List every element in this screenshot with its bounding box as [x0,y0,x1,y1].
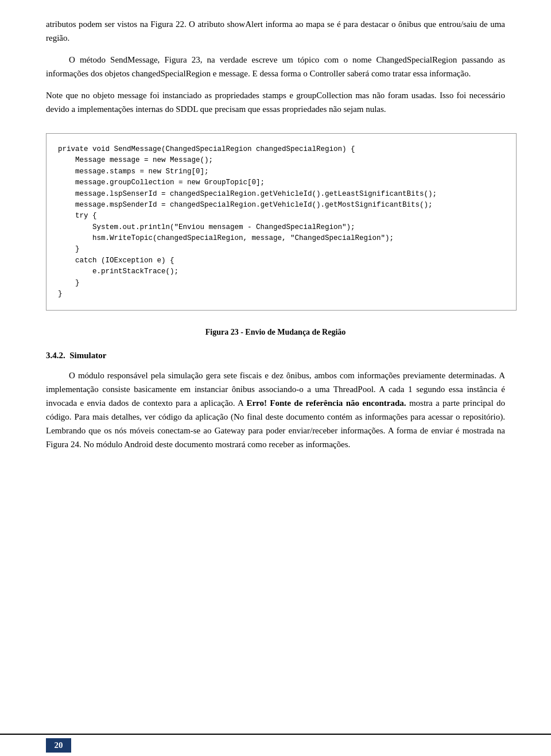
section-title: Simulator [69,351,106,360]
page-footer: 20 [0,734,551,756]
page: atributos podem ser vistos na Figura 22.… [0,0,551,756]
content-area: atributos podem ser vistos na Figura 22.… [0,0,551,734]
section-heading: 3.4.2. Simulator [46,351,505,360]
paragraph-2: O método SendMessage, Figura 23, na verd… [46,53,505,80]
page-number: 20 [46,738,71,753]
paragraph-2-text: O método SendMessage, Figura 23, na verd… [46,55,505,78]
paragraph-4: O módulo responsável pela simulação gera… [46,369,505,451]
figure-caption-text: Figura 23 - Envio de Mudança de Região [205,328,346,336]
paragraph-4-bold: Erro! Fonte de referência não encontrada… [246,398,406,408]
paragraph-3-text: Note que no objeto message foi instancia… [46,91,505,114]
paragraph-3: Note que no objeto message foi instancia… [46,88,505,116]
code-block: private void SendMessage(ChangedSpecialR… [46,133,517,311]
section-number: 3.4.2. [46,351,65,360]
paragraph-1: atributos podem ser vistos na Figura 22.… [46,17,505,45]
figure-caption: Figura 23 - Envio de Mudança de Região [46,328,505,337]
code-content: private void SendMessage(ChangedSpecialR… [58,144,505,300]
page-number-text: 20 [55,741,63,750]
paragraph-1-text: atributos podem ser vistos na Figura 22.… [46,20,505,42]
